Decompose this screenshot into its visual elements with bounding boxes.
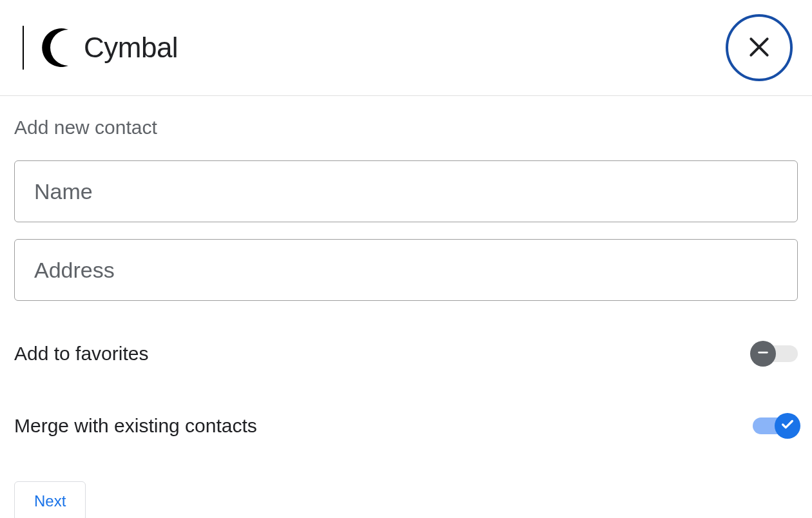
close-icon (747, 35, 771, 61)
header: Cymbal (0, 0, 812, 96)
next-button[interactable]: Next (14, 481, 86, 518)
content: Add new contact Add to favorites Merge w… (0, 96, 812, 518)
cymbal-logo-icon (21, 22, 72, 73)
favorites-row: Add to favorites (14, 318, 798, 390)
name-input[interactable] (14, 160, 798, 222)
page-title: Add new contact (14, 117, 798, 139)
toggle-thumb (775, 413, 800, 439)
toggle-thumb (750, 341, 776, 367)
minus-icon (756, 345, 770, 362)
favorites-label: Add to favorites (14, 343, 148, 365)
close-button[interactable] (726, 14, 793, 81)
merge-row: Merge with existing contacts (14, 390, 798, 462)
merge-label: Merge with existing contacts (14, 415, 257, 437)
address-input[interactable] (14, 239, 798, 301)
favorites-toggle[interactable] (753, 341, 798, 367)
brand: Cymbal (21, 22, 178, 73)
merge-toggle[interactable] (753, 413, 798, 439)
brand-name: Cymbal (84, 32, 178, 64)
check-icon (780, 417, 795, 434)
